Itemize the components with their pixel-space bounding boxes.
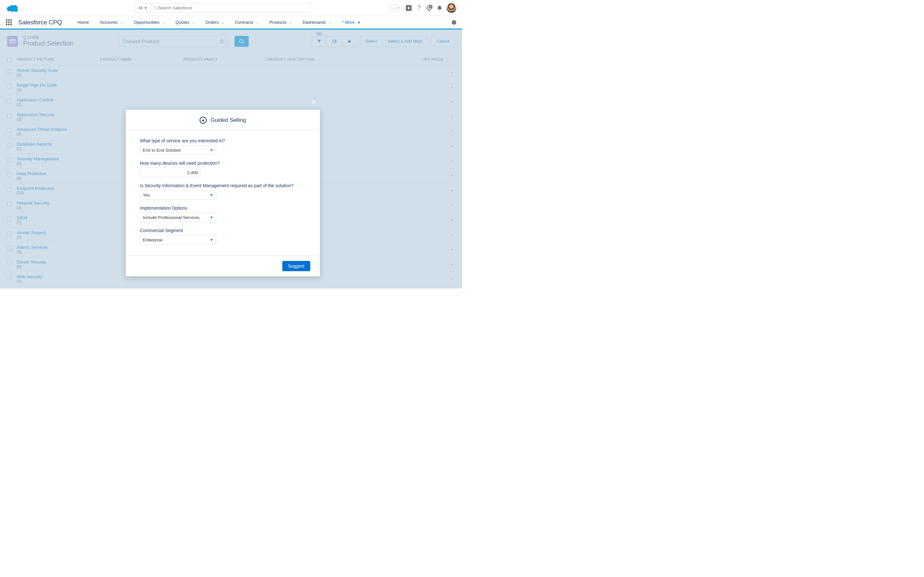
q5-select[interactable]: Enterprise▼ [140,235,216,245]
search-scope-dropdown[interactable]: All ▾ [135,3,150,13]
app-nav-bar: Salesforce CPQ Home Accounts⌄ Opportunit… [0,16,462,29]
search-scope-label: All [138,6,143,10]
modal-header: Guided Selling [126,110,320,130]
salesforce-logo [6,3,19,13]
nav-quotes[interactable]: Quotes⌄ [176,20,195,25]
q3-label: Is Security Information & Event Manageme… [140,183,306,188]
global-search[interactable] [150,3,312,13]
svg-point-5 [154,6,157,9]
chevron-down-icon: ⌄ [162,21,165,24]
page-body: Q-11556 Product Selection 91 Select Sele… [0,29,462,288]
nav-dashboards[interactable]: Dashboards⌄ [302,20,331,25]
chevron-down-icon: ⌄ [221,21,224,24]
chevron-down-icon: ▼ [210,215,213,219]
chevron-down-icon: ⌄ [256,21,258,24]
app-name: Salesforce CPQ [18,19,62,26]
global-search-input[interactable] [158,5,309,10]
nav-accounts[interactable]: Accounts⌄ [100,20,123,25]
global-header: All ▾ ☆ ▾ ? 6 [0,0,462,16]
modal-close-icon[interactable]: × [311,97,317,107]
chevron-down-icon: ⌄ [120,21,123,24]
nav-items: Home Accounts⌄ Opportunities⌄ Quotes⌄ Or… [78,20,359,25]
add-icon[interactable] [405,5,412,11]
info-icon[interactable]: i [452,20,456,25]
q2-label: How many devices will need protection? [140,161,306,166]
star-icon: ☆ [389,5,395,11]
q5-label: Commercial Segment [140,228,306,233]
nav-orders[interactable]: Orders⌄ [206,20,224,25]
suggest-button[interactable]: Suggest [282,261,310,271]
favorites-group[interactable]: ☆ ▾ [388,5,402,11]
svg-line-6 [157,9,158,10]
q2-input[interactable]: 2,400 [140,168,201,177]
chevron-down-icon: ▾ [145,5,147,10]
compass-icon [200,117,207,124]
q1-select[interactable]: End to End Solution▼ [140,145,216,155]
q4-label: Implementation Options [140,205,306,211]
notifications-bell-icon[interactable] [436,5,443,11]
nav-contracts[interactable]: Contracts⌄ [235,20,258,25]
nav-home[interactable]: Home [78,20,89,25]
app-launcher-icon[interactable] [6,19,12,25]
svg-point-3 [10,8,15,12]
search-icon [153,6,158,10]
nav-opportunities[interactable]: Opportunities⌄ [134,20,165,25]
user-avatar[interactable] [447,3,456,13]
chevron-down-icon: ▾ [357,20,360,25]
modal-title: Guided Selling [210,117,246,123]
nav-more[interactable]: * More▾ [342,20,360,25]
q4-select[interactable]: Include Professional Services▼ [140,213,216,222]
chevron-down-icon: ▼ [210,193,213,197]
chevron-down-icon: ⌄ [289,21,292,24]
help-icon[interactable]: ? [416,5,422,11]
guided-selling-modal: Guided Selling What type of service are … [126,110,320,276]
nav-products[interactable]: Products⌄ [270,20,292,25]
chevron-down-icon: ⌄ [192,21,195,24]
chevron-down-icon: ▼ [210,148,213,152]
chevron-down-icon: ▾ [395,5,401,11]
svg-point-4 [15,8,18,11]
q3-select[interactable]: Yes▼ [140,190,216,200]
chevron-down-icon: ▼ [210,238,213,242]
svg-text:6: 6 [430,5,431,8]
setup-gear-icon[interactable]: 6 [426,5,433,11]
chevron-down-icon: ⌄ [328,21,331,24]
q1-label: What type of service are you interested … [140,138,306,143]
